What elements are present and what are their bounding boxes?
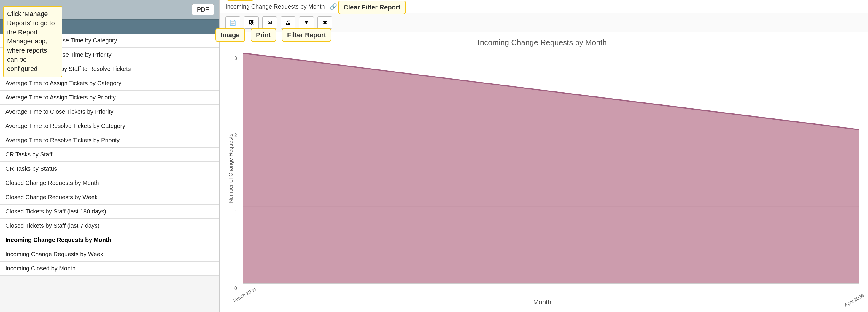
area-chart-svg (243, 53, 859, 283)
sidebar-item[interactable]: Average Time to Assign Tickets by Priori… (0, 90, 219, 105)
print-icon-btn[interactable]: 🖨 (281, 16, 296, 29)
filter-report-callout: Filter Report (282, 28, 331, 42)
sidebar-item[interactable]: Incoming Closed by Month... (0, 261, 219, 276)
y-axis-label: Number of Change Requests (225, 53, 234, 284)
sidebar-item[interactable]: Closed Tickets by Staff (last 180 days) (0, 204, 219, 219)
pdf-icon-btn[interactable]: 📄 (225, 16, 240, 29)
print-callout: Print (251, 28, 276, 42)
top-bar: Incoming Change Requests by Month 🔗 Emai… (219, 0, 868, 13)
chart-container: Number of Change Requests 0 1 2 3 (225, 53, 859, 284)
chart-inner: 0 1 2 3 March 202 (243, 53, 859, 284)
sidebar-item[interactable]: Incoming Change Requests by Month (0, 233, 219, 247)
sidebar-item[interactable]: Average Time to Assign Tickets by Catego… (0, 76, 219, 90)
clear-filter-callout: Clear Filter Report (338, 1, 406, 14)
image-callout: Image (215, 28, 245, 42)
y-tick-1: 1 (235, 209, 237, 215)
svg-marker-0 (243, 53, 859, 283)
sidebar-item[interactable]: Average Time to Resolve Tickets by Prior… (0, 133, 219, 147)
toolbar: 📄 🖼 ✉ 🖨 ▼ ✖ Image Print Filter Report (219, 13, 868, 32)
sidebar-item[interactable]: Closed Change Requests by Week (0, 190, 219, 204)
help-tooltip: Click 'Manage Reports' to go to the Repo… (3, 6, 62, 77)
sidebar-item[interactable]: Average Time to Close Tickets by Priorit… (0, 105, 219, 119)
link-icon[interactable]: 🔗 (330, 3, 337, 10)
email-callout: Email (226, 0, 254, 1)
sidebar-item[interactable]: CR Tasks by Staff (0, 147, 219, 162)
pdf-button[interactable]: PDF (192, 4, 214, 15)
chart-area: Incoming Change Requests by Month Number… (219, 32, 868, 312)
sidebar-item[interactable]: Incoming Change Requests by Week (0, 247, 219, 261)
active-tab-label[interactable]: Incoming Change Requests by Month (225, 3, 325, 10)
email-icon-btn[interactable]: ✉ (262, 16, 277, 29)
sidebar-item[interactable]: Closed Change Requests by Month (0, 176, 219, 190)
x-axis-label: Month (225, 299, 859, 306)
clear-filter-icon-btn[interactable]: ✖ (317, 16, 332, 29)
main-content: Incoming Change Requests by Month 🔗 Emai… (219, 0, 868, 312)
y-tick-0: 0 (235, 286, 237, 291)
y-tick-3: 3 (235, 56, 237, 61)
sidebar-item[interactable]: Average Time to Resolve Tickets by Categ… (0, 119, 219, 133)
sidebar-item[interactable]: CR Tasks by Status (0, 162, 219, 176)
sidebar-item[interactable]: Closed Tickets by Staff (last 7 days) (0, 219, 219, 233)
y-tick-2: 2 (235, 133, 237, 138)
image-icon-btn[interactable]: 🖼 (244, 16, 259, 29)
filter-icon-btn[interactable]: ▼ (299, 16, 314, 29)
